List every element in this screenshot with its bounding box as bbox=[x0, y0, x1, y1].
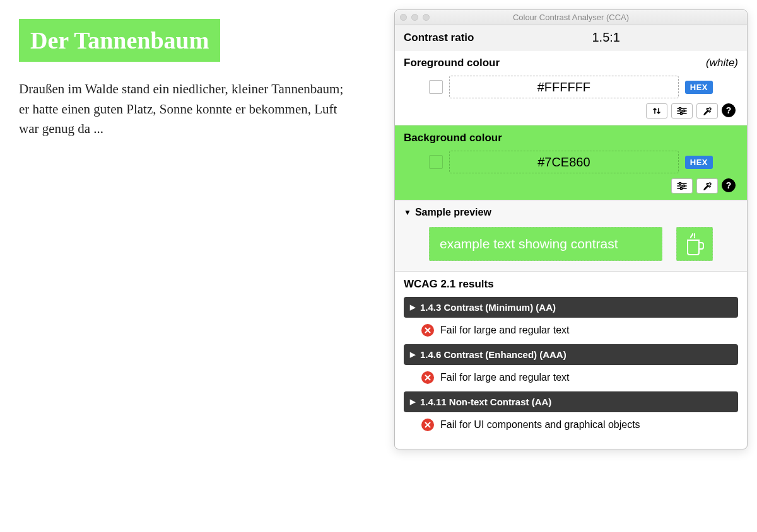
wcag-item-146-msg: Fail for large and regular text bbox=[440, 372, 570, 383]
svg-point-9 bbox=[683, 185, 684, 187]
wcag-item-143-title: 1.4.3 Contrast (Minimum) (AA) bbox=[420, 302, 556, 313]
sample-preview-toggle[interactable]: ▼ Sample preview bbox=[404, 207, 738, 218]
background-sliders-button[interactable] bbox=[671, 178, 693, 194]
svg-point-7 bbox=[679, 182, 681, 184]
foreground-help-button[interactable]: ? bbox=[722, 103, 736, 117]
foreground-eyedropper-button[interactable] bbox=[696, 103, 718, 119]
wcag-results-section: WCAG 2.1 results ▶ 1.4.3 Contrast (Minim… bbox=[395, 272, 747, 449]
disclosure-right-icon: ▶ bbox=[410, 303, 415, 311]
background-hex-value: #7CE860 bbox=[537, 155, 590, 170]
svg-point-1 bbox=[679, 107, 681, 109]
fail-icon bbox=[421, 419, 434, 431]
background-section: Background colour #7CE860 HEX ? bbox=[395, 125, 747, 200]
background-eyedropper-button[interactable] bbox=[696, 178, 718, 194]
wcag-item-146-title: 1.4.6 Contrast (Enhanced) (AAA) bbox=[420, 349, 566, 360]
svg-point-3 bbox=[683, 110, 684, 112]
foreground-swatch[interactable] bbox=[429, 80, 443, 94]
svg-point-11 bbox=[680, 187, 682, 189]
background-help-button[interactable]: ? bbox=[722, 178, 736, 192]
sample-icon-preview[interactable] bbox=[676, 227, 713, 261]
wcag-results-header: WCAG 2.1 results bbox=[404, 278, 738, 291]
eyedropper-icon bbox=[703, 182, 712, 191]
foreground-section: Foreground colour (white) #FFFFFF HEX ? bbox=[395, 50, 747, 125]
background-format-button[interactable]: HEX bbox=[685, 156, 713, 169]
window-titlebar[interactable]: Colour Contrast Analyser (CCA) bbox=[395, 10, 747, 25]
wcag-item-1411-msg: Fail for UI components and graphical obj… bbox=[440, 419, 640, 431]
window-title: Colour Contrast Analyser (CCA) bbox=[395, 13, 747, 22]
sample-preview-section: ▼ Sample preview example text showing co… bbox=[395, 200, 747, 272]
fail-icon bbox=[421, 324, 434, 337]
wcag-item-143[interactable]: ▶ 1.4.3 Contrast (Minimum) (AA) bbox=[404, 297, 738, 318]
svg-point-5 bbox=[680, 112, 682, 114]
foreground-hex-input[interactable]: #FFFFFF bbox=[449, 76, 679, 98]
fail-icon bbox=[421, 371, 434, 384]
wcag-item-143-result: Fail for large and regular text bbox=[404, 318, 738, 344]
mug-icon bbox=[684, 231, 705, 257]
foreground-name: (white) bbox=[706, 57, 738, 69]
sample-page: Der Tannenbaum Draußen im Walde stand ei… bbox=[19, 19, 347, 139]
foreground-label: Foreground colour bbox=[404, 57, 500, 69]
wcag-item-1411-title: 1.4.11 Non-text Contrast (AA) bbox=[420, 396, 551, 407]
contrast-ratio-label: Contrast ratio bbox=[404, 32, 474, 44]
sample-preview-label: Sample preview bbox=[415, 207, 491, 218]
foreground-hex-value: #FFFFFF bbox=[537, 80, 590, 95]
wcag-item-1411[interactable]: ▶ 1.4.11 Non-text Contrast (AA) bbox=[404, 391, 738, 412]
wcag-item-1411-result: Fail for UI components and graphical obj… bbox=[404, 412, 738, 439]
disclosure-down-icon: ▼ bbox=[404, 208, 411, 217]
swap-icon bbox=[652, 107, 661, 115]
sample-text-preview[interactable]: example text showing contrast bbox=[429, 227, 662, 261]
sliders-icon bbox=[677, 107, 687, 115]
wcag-item-146[interactable]: ▶ 1.4.6 Contrast (Enhanced) (AAA) bbox=[404, 344, 738, 365]
eyedropper-icon bbox=[703, 107, 712, 116]
sample-heading: Der Tannenbaum bbox=[19, 19, 220, 62]
disclosure-right-icon: ▶ bbox=[410, 398, 415, 406]
sample-paragraph: Draußen im Walde stand ein niedlicher, k… bbox=[19, 79, 347, 139]
disclosure-right-icon: ▶ bbox=[410, 350, 415, 359]
foreground-sliders-button[interactable] bbox=[671, 103, 693, 119]
background-swatch[interactable] bbox=[429, 155, 443, 169]
contrast-ratio-value: 1.5:1 bbox=[474, 30, 738, 45]
cca-window: Colour Contrast Analyser (CCA) Contrast … bbox=[394, 9, 748, 449]
sliders-icon bbox=[677, 182, 687, 190]
foreground-format-button[interactable]: HEX bbox=[685, 81, 713, 94]
contrast-ratio-row: Contrast ratio 1.5:1 bbox=[395, 25, 747, 50]
background-label: Background colour bbox=[404, 132, 502, 144]
wcag-item-143-msg: Fail for large and regular text bbox=[440, 325, 570, 336]
background-hex-input[interactable]: #7CE860 bbox=[449, 151, 679, 173]
swap-colors-button[interactable] bbox=[646, 103, 667, 119]
wcag-item-146-result: Fail for large and regular text bbox=[404, 365, 738, 391]
